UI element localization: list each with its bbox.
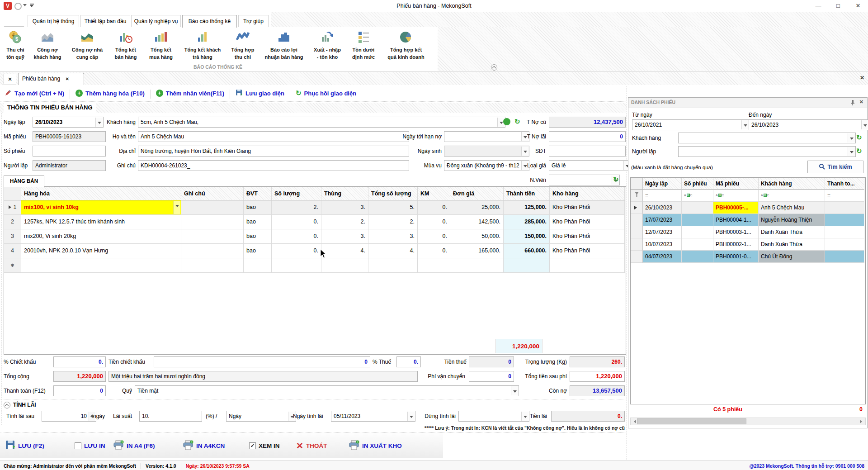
cell-tong-so-luong[interactable]: 3. [368,229,418,244]
interest-section-header[interactable]: TÍNH LÃI [4,401,36,409]
cell-thung[interactable]: 2. [321,215,368,229]
cell-thanh-toan[interactable] [825,251,864,263]
thanh-toan-field[interactable]: 0 [53,385,106,396]
minimize-button[interactable]: — [808,0,828,12]
cell-dvt[interactable]: bao [244,229,272,244]
cell-km[interactable]: 0. [418,215,450,229]
close-all-tabs-button[interactable]: ✕ [4,74,16,85]
close-icon[interactable]: ✕ [859,99,863,105]
cell-hang-hoa[interactable]: mix200, Vi sinh 20kg [21,229,181,244]
ngay-toi-han-no-field[interactable] [444,131,529,142]
chevron-down-icon[interactable] [511,386,518,395]
thue-pct-field[interactable]: 0. [396,356,421,367]
preview-print-checkbox[interactable]: ✓ XEM IN [249,437,280,454]
scroll-right-icon[interactable] [860,420,864,423]
cell-ghi-chu[interactable] [181,244,244,258]
cell-ngay-lap[interactable]: 10/07/2023 [643,238,682,251]
refresh-icon[interactable]: ↻ [514,118,520,126]
tab-bao-cao-thong-ke[interactable]: Báo cáo thống kê [182,15,237,28]
ribbon-item-bao-cao-loi-nhuan[interactable]: Báo cáo lợinhuận bán hàng [259,28,308,60]
chevron-down-icon[interactable] [407,412,415,421]
chevron-down-icon[interactable] [521,147,528,156]
col-kho-hang[interactable]: Kho hàng [550,187,625,200]
cell-ghi-chu[interactable] [181,215,244,229]
tab-hang-ban[interactable]: HÀNG BÁN [4,176,44,187]
ma-phieu-field[interactable]: PBH00005-161023 [33,131,106,142]
chevron-down-icon[interactable] [741,120,749,129]
tab-quan-tri-he-thong[interactable]: Quản trị hệ thống [28,15,79,28]
lai-suat-field[interactable]: 10. [139,411,202,422]
sdt-field[interactable] [549,146,626,157]
cell-thanh-tien[interactable]: 150,000. [504,229,550,244]
filter-ma-phieu[interactable]: ABC [713,190,759,202]
tu-ngay-field[interactable]: 26/10/2021 [632,119,750,130]
cell-ngay-lap[interactable]: 17/07/2023 [643,214,682,226]
cell-ngay-lap[interactable]: 26/10/2023 [643,202,682,214]
ribbon-item-cong-no-nha-cung-cap[interactable]: Công nợ nhàcung cấp [66,28,108,60]
horizontal-scrollbar[interactable] [630,418,866,425]
cell-so-luong[interactable]: 0. [272,215,321,229]
cell-so-phieu[interactable] [682,202,713,214]
collapse-icon[interactable] [4,402,10,408]
cell-dvt[interactable]: bao [244,244,272,258]
ribbon-item-ton-duoi-dinh-muc[interactable]: Tồn dướiđịnh mức [346,28,381,60]
cell-don-gia[interactable]: 165,000. [450,244,504,258]
cell-ngay-lap[interactable]: 04/07/2023 [643,251,682,263]
cell-ma-phieu[interactable]: PBH00004-1... [713,214,759,226]
dia-chi-field[interactable]: Nông trường, huyện Hòn Đất, tỉnh Kiên Gi… [138,146,409,157]
tab-quan-ly-nghiep-vu[interactable]: Quản lý nghiệp vụ [131,15,181,28]
amount-in-words-field[interactable]: Một triệu hai trăm hai mươi nghìn đồng [108,371,418,382]
cell-kho-hang[interactable]: Kho Phân Phối [550,229,625,244]
cell-ma-phieu[interactable]: PBH00003-1... [713,226,759,238]
cell-km[interactable]: 0. [418,200,450,215]
chiet-khau-pct-field[interactable]: 0. [53,356,106,367]
t-no-lai-field[interactable]: 0 [549,131,626,142]
cell-so-phieu[interactable] [682,251,713,263]
cell-thanh-toan[interactable] [825,238,864,251]
cell-ma-phieu[interactable]: PBH00001-0... [713,251,759,263]
col-km[interactable]: KM [418,187,450,200]
cell-km[interactable]: 0. [418,244,450,258]
ribbon-item-tong-hop-ket-qua-kinh-doanh[interactable]: Tổng hợp kếtquả kinh doanh [381,28,431,60]
search-button[interactable]: Tìm kiếm [807,161,863,173]
panel-khach-hang-field[interactable] [678,133,856,143]
col-tong-so-luong[interactable]: Tổng số lượng [368,187,418,200]
cell-thanh-toan[interactable] [825,226,864,238]
cell-ngay-lap[interactable]: 12/07/2023 [643,226,682,238]
cell-ghi-chu[interactable] [181,200,244,215]
cell-ma-phieu[interactable]: PBH00005-... [713,202,759,214]
ribbon-collapse-icon[interactable] [491,64,497,71]
pin-icon[interactable] [850,100,855,107]
cell-hang-hoa[interactable] [21,258,181,273]
create-new-button[interactable]: Tạo mới (Ctrl + N) [3,87,70,100]
cell-dvt[interactable]: bao [244,215,272,229]
chevron-down-icon[interactable] [848,133,855,142]
add-product-button[interactable]: + Thêm hàng hóa (F10) [70,87,150,100]
refresh-icon[interactable]: ↻ [856,133,862,142]
cell-thung[interactable]: 3. [321,229,368,244]
add-customer-icon[interactable] [503,118,510,125]
cell-ma-phieu[interactable]: PBH00002-1... [713,238,759,251]
khach-hang-field[interactable]: 5cm, Anh 5 Chệch Mau, [138,117,505,128]
filter-ngay-lap[interactable]: = [643,190,682,202]
cell-kho-hang[interactable]: Kho Phân Phối [550,244,625,258]
panel-nguoi-lap-field[interactable] [678,146,856,157]
cell-thanh-tien[interactable]: 285,000. [504,215,550,229]
print-warehouse-button[interactable]: ? IN XUẤT KHO [349,437,402,454]
filter-thanh-toan[interactable]: = [825,190,864,202]
ribbon-item-tong-hop-thu-chi[interactable]: Tổng hợpthu chi [226,28,259,60]
chevron-down-icon[interactable] [861,120,868,129]
cell-khach-hang[interactable]: Danh Xuân Thừa [759,226,825,238]
dung-tinh-lai-field[interactable] [458,411,529,422]
ribbon-item-tong-ket-mua-hang[interactable]: Tổng kếtmua hàng [143,28,179,60]
panel-splitter[interactable] [627,86,627,460]
col-ngay-lap[interactable]: Ngày lập [643,178,682,190]
chevron-down-icon[interactable] [173,201,180,214]
col-khach-hang[interactable]: Khách hàng [759,178,825,190]
scroll-left-icon[interactable] [632,420,636,423]
ngay-tinh-lai-field[interactable]: 05/11/2023 [331,411,415,422]
cell-don-gia[interactable]: 50,000. [450,229,504,244]
exit-button[interactable]: ✕ THOÁT [296,437,327,454]
cell-so-phieu[interactable] [682,238,713,251]
cell-so-luong[interactable]: 0. [272,229,321,244]
